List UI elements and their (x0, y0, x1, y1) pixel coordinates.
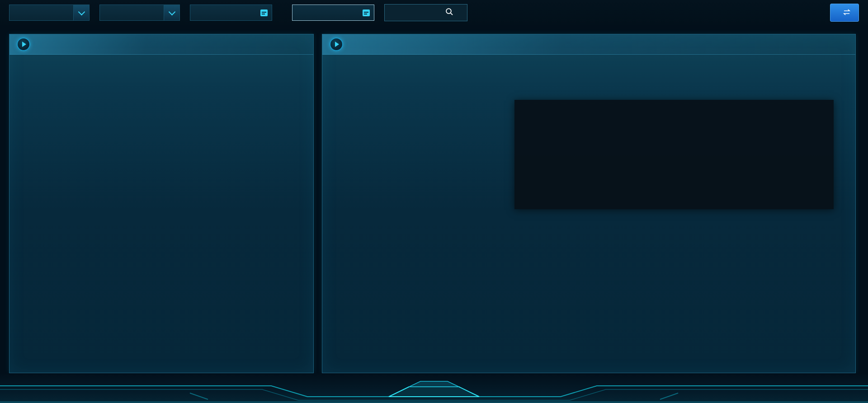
trend-chart-area (322, 55, 855, 272)
dynamic-info-header (322, 34, 855, 55)
calendar-icon (359, 5, 374, 20)
chevron-down-icon (164, 5, 179, 20)
static-info-panel (9, 34, 314, 373)
query-button[interactable] (384, 4, 467, 21)
chart-legend (322, 277, 855, 300)
swap-arrows-icon (842, 9, 851, 17)
device-select[interactable] (99, 5, 180, 21)
static-info-rows (9, 55, 313, 58)
chart-tooltip (514, 100, 834, 209)
calendar-icon (256, 5, 272, 20)
start-date-input[interactable] (190, 5, 272, 21)
end-date-input[interactable] (292, 5, 374, 21)
footer-decoration (0, 373, 868, 403)
static-info-header (9, 34, 313, 55)
switch-map-button[interactable] (830, 4, 859, 22)
dynamic-info-panel (322, 34, 856, 373)
chevron-down-icon (73, 5, 89, 20)
play-badge-icon (17, 37, 30, 51)
play-badge-icon (330, 37, 343, 51)
plant-select[interactable] (9, 5, 90, 21)
top-filter-bar (0, 0, 868, 25)
search-icon (445, 8, 453, 18)
